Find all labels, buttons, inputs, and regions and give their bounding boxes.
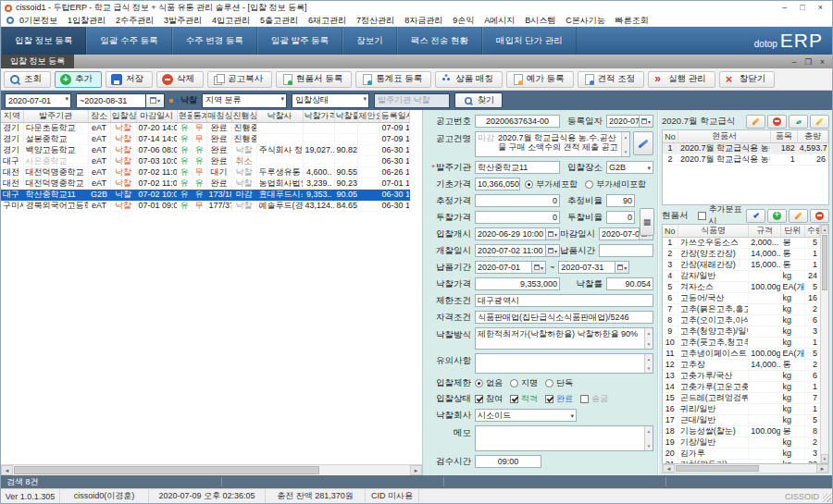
column-header[interactable]: 식품명 (678, 225, 749, 238)
vat-radio[interactable] (525, 180, 533, 189)
est-price-register-button[interactable]: 예가 등록 (506, 71, 574, 88)
state-checkbox[interactable] (580, 395, 589, 403)
table-row[interactable]: 1가쓰오우동소스2,000...봉5 (663, 238, 820, 249)
notice-title-area[interactable]: 마감 2020.7월 학교급식용 농.수.공산물 구매 소액수의 견적 제출 공… (475, 131, 630, 157)
column-header[interactable]: 마감일시 (136, 110, 177, 123)
table-row[interactable]: 17근대/일반kg5 (663, 415, 820, 426)
note-button[interactable] (810, 115, 829, 129)
table-row[interactable]: 12020.7월 학교급식용 농수공산물..1824,593.7 (663, 143, 828, 154)
est-rate-field[interactable]: 90 (606, 194, 635, 207)
keyword-input[interactable]: 발주기관 낙찰 (374, 93, 450, 108)
minimize-icon[interactable]: – (782, 2, 787, 14)
quote-adjust-button[interactable]: 견적 조정 (578, 71, 645, 88)
add-item-button[interactable] (767, 209, 787, 223)
column-header[interactable]: 규격 (749, 225, 780, 238)
table-row[interactable]: 3간장(재래간장)15,000...통1 (663, 260, 820, 271)
column-header[interactable]: 품목 (770, 130, 797, 143)
textarea-scrollbar[interactable]: ▴▾ (644, 354, 653, 373)
delete-item-button[interactable] (810, 209, 829, 223)
menu-item[interactable]: 8자금관리 (404, 16, 442, 25)
column-header[interactable]: 진행상태 (231, 110, 256, 123)
bid-info-register-button[interactable]: 입찰 정보 등록 (1, 27, 86, 55)
table-row[interactable]: 대구학산중학교11G2B낙찰07-02 10:00유유173/183마감효대푸드… (1, 190, 409, 201)
column-header[interactable]: 단위 (780, 225, 804, 238)
table-row[interactable]: 7고추(붉은고추,홍고추)/..kg2 (663, 304, 820, 315)
award-price-field[interactable]: 9,353,000 (475, 277, 560, 290)
extra-checkbox[interactable] (698, 212, 706, 220)
table-row[interactable]: 2간장(양조간장)14,000...통1 (663, 249, 820, 260)
award-filter-toggle[interactable]: 낙찰 (169, 94, 197, 106)
menu-item[interactable]: 5출고관리 (260, 16, 298, 25)
method-area[interactable]: 제한적최저가(낙찰하한율) 낙찰하한율 90% ▴▾ (475, 327, 653, 350)
tab-bid-info-register[interactable]: 입찰 정보 등록 (1, 55, 74, 68)
grid-hscrollbar[interactable]: ◂ ▸ (1, 464, 422, 475)
table-row[interactable]: 8고추(오이고추,아삭이고..kg6 (663, 315, 820, 326)
menu-item[interactable]: 빠른조회 (615, 16, 649, 25)
menu-item[interactable]: C본사기능 (566, 16, 605, 25)
menu-item[interactable]: 0기본정보 (19, 16, 57, 25)
resize-grip-icon[interactable] (823, 494, 831, 502)
column-header[interactable]: 등록일시 (379, 110, 409, 123)
scroll-right-icon[interactable]: ▸ (816, 464, 828, 473)
calc-button[interactable]: ▦ (640, 208, 654, 236)
edit-button[interactable] (746, 115, 765, 129)
mdi-minimize-icon[interactable]: – (792, 57, 797, 67)
close-window-button[interactable]: 창닫기 (719, 71, 776, 88)
apply-button[interactable] (746, 209, 765, 223)
scroll-right-icon[interactable]: ▸ (410, 465, 422, 475)
column-header[interactable]: 제안요청 (357, 110, 379, 123)
table-row[interactable]: 22020.7월 학교급식용 농수공산물..126 (663, 154, 828, 166)
table-row[interactable]: 경기다문초등학교eAT낙찰07-20 14:00유무완료진행중07-09 13:… (1, 123, 409, 134)
close-icon[interactable]: × (818, 2, 823, 14)
menu-item[interactable]: 4입고관리 (212, 16, 250, 25)
vat-radio[interactable] (585, 180, 593, 189)
vendor-price-button[interactable]: 매입처 단가 관리 (482, 27, 577, 55)
est-price-field[interactable]: 0 (475, 194, 560, 207)
scroll-thumb[interactable] (822, 235, 827, 290)
edit-item-button[interactable] (789, 209, 808, 223)
bid-price-field[interactable]: 0 (475, 211, 560, 224)
award-rate-field[interactable]: 90.054 (606, 277, 653, 290)
date-to-field[interactable]: ~2020-08-31 (76, 93, 146, 108)
save-button[interactable]: 저장 (106, 71, 153, 88)
menu-item[interactable]: B시스템 (525, 16, 555, 25)
batch-purchase-register-button[interactable]: 일괄 발주 등록 (257, 27, 342, 55)
table-row[interactable]: 경기설봉중학교eAT낙찰07-14 14:00유무완료진행중07-09 13:3 (1, 134, 409, 145)
add-button[interactable]: 추가 (55, 71, 102, 88)
item-table-hscrollbar[interactable]: ◂ ▸ (662, 464, 829, 473)
bid-status-filter-select[interactable]: 입찰상태 (292, 93, 369, 108)
org-field[interactable]: 학산중학교11 (475, 161, 560, 174)
mdi-close-icon[interactable]: × (820, 57, 825, 67)
find-button[interactable]: 찾기 (454, 92, 503, 108)
scroll-thumb[interactable] (676, 465, 759, 472)
award-company-select[interactable]: 시소이드 (475, 409, 577, 422)
column-header[interactable]: No (663, 130, 678, 143)
state-checkbox[interactable] (510, 395, 518, 403)
table-row[interactable]: 14고춧가루(고운고춧가루)kg1 (663, 382, 820, 393)
scroll-up-icon[interactable]: ▴ (821, 225, 828, 234)
order-change-register-button[interactable]: 수주 변경 등록 (172, 27, 257, 55)
batch-order-register-button[interactable]: 일괄 수주 등록 (86, 27, 171, 55)
table-row[interactable]: 19기장/일반kg2 (663, 437, 820, 449)
scroll-down-icon[interactable]: ▾ (821, 454, 828, 463)
column-header[interactable]: 총량 (797, 130, 827, 143)
column-header[interactable]: 낙찰률 (334, 110, 357, 123)
bid-rate-field[interactable]: 0 (606, 211, 635, 224)
deliver-to-field[interactable]: 2020-07-31 (558, 261, 615, 274)
menu-item[interactable]: A메시지 (484, 16, 515, 25)
deliver-to-calendar-button[interactable]: ▾ (615, 261, 629, 274)
item-table-vscrollbar[interactable]: ▴ ▾ (820, 225, 828, 463)
table-row[interactable]: 21김치(깍두기)kg22 (663, 460, 820, 465)
column-header[interactable]: 입찰상태 (110, 110, 136, 123)
state-checkbox[interactable] (545, 395, 553, 403)
fax-status-button[interactable]: 팩스 전송 현황 (397, 27, 482, 55)
menu-item[interactable]: 2수주관리 (116, 16, 154, 25)
column-header[interactable]: 낙찰가격 (303, 110, 334, 123)
deliver-time-field[interactable] (599, 244, 653, 257)
column-header[interactable]: 매칭상태 (206, 110, 231, 123)
open-calendar-button[interactable]: ▾ (546, 227, 560, 240)
table-row[interactable]: 11고추냉이페이스트100.00gEA(개)5 (663, 349, 820, 360)
item-doc-register-button[interactable]: 현품서 등록 (276, 71, 352, 88)
menu-item[interactable]: 6재고관리 (308, 16, 346, 25)
table-row[interactable]: 대전대전덕명중학교eAT낙찰07-02 11:00유무대기낙찰두루생유통4,60… (1, 167, 409, 178)
